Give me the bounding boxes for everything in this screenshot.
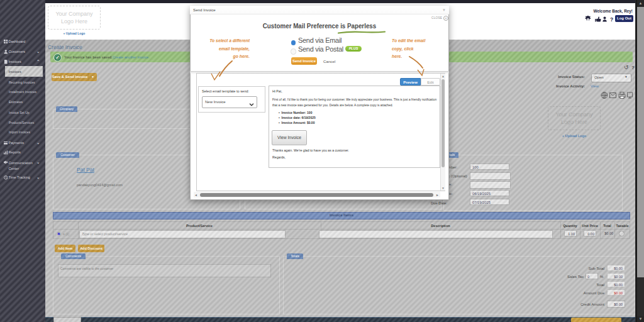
svg-text:?: ? <box>610 16 613 23</box>
